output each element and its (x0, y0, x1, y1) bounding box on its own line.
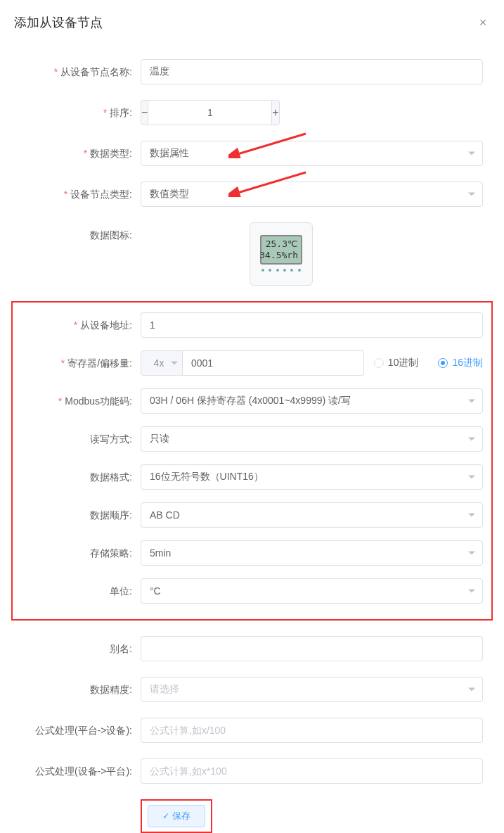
byte-order-select[interactable]: AB CD (141, 502, 483, 528)
label-byte-order: 数据顺序: (21, 502, 141, 528)
row-register: *寄存器/偏移量: 4x 10进制 (21, 350, 483, 376)
data-type-select[interactable]: 数据属性 (141, 141, 483, 166)
row-formula-d2p: 公式处理(设备->平台): (21, 758, 483, 784)
label-register: *寄存器/偏移量: (21, 350, 141, 376)
row-storage: 存储策略: 5min (21, 540, 483, 566)
chevron-down-icon (468, 400, 475, 403)
radio-on-icon (438, 358, 448, 368)
label-rw-mode: 读写方式: (21, 426, 141, 452)
register-prefix-select[interactable]: 4x (141, 350, 183, 376)
radio-off-icon (374, 358, 384, 368)
chevron-down-icon (468, 438, 475, 441)
radix-radio-group: 10进制 16进制 (374, 350, 483, 376)
label-data-icon: 数据图标: (21, 222, 141, 248)
rw-mode-select[interactable]: 只读 (141, 426, 483, 452)
modal-title: 添加从设备节点 (14, 14, 103, 31)
highlighted-section: *从设备地址: *寄存器/偏移量: 4x (11, 301, 493, 621)
radix-dec-radio[interactable]: 10进制 (374, 357, 419, 369)
sort-input[interactable] (148, 100, 271, 125)
stepper-plus-button[interactable]: + (271, 100, 279, 125)
label-data-type: *数据类型: (21, 141, 141, 166)
row-rw-mode: 读写方式: 只读 (21, 426, 483, 452)
device-icon-preview[interactable]: 25.3℃ 34.5%rh (250, 222, 313, 286)
row-data-type: *数据类型: 数据属性 (21, 141, 483, 166)
label-alias: 别名: (21, 636, 141, 661)
row-sort: *排序: − + (21, 100, 483, 125)
row-data-icon: 数据图标: 25.3℃ 34.5%rh (21, 222, 483, 286)
modbus-func-select[interactable]: 03H / 06H 保持寄存器 (4x0001~4x9999) 读/写 (141, 388, 483, 414)
formula-d2p-input[interactable] (141, 758, 483, 784)
row-precision: 数据精度: 请选择 (21, 677, 483, 702)
row-node-name: *从设备节点名称: (21, 59, 483, 84)
sort-stepper: − + (141, 100, 267, 125)
label-unit: 单位: (21, 578, 141, 604)
data-format-select[interactable]: 16位无符号数（UINT16） (141, 464, 483, 490)
label-node-type: *设备节点类型: (21, 182, 141, 207)
storage-select[interactable]: 5min (141, 540, 483, 566)
label-modbus-func: *Modbus功能码: (21, 388, 141, 414)
row-byte-order: 数据顺序: AB CD (21, 502, 483, 528)
radix-hex-radio[interactable]: 16进制 (438, 357, 483, 369)
unit-select[interactable]: °C (141, 578, 483, 604)
node-type-select[interactable]: 数值类型 (141, 182, 483, 207)
close-icon[interactable]: × (476, 15, 490, 30)
slave-address-input[interactable] (141, 312, 483, 338)
row-data-format: 数据格式: 16位无符号数（UINT16） (21, 464, 483, 490)
modal-body: *从设备节点名称: *排序: − + *数据类型: (0, 38, 504, 833)
check-icon: ✓ (162, 811, 169, 821)
label-formula-p2d: 公式处理(平台->设备): (21, 718, 141, 743)
chevron-down-icon (468, 152, 475, 155)
modal-dialog: 添加从设备节点 × *从设备节点名称: *排序: − + (0, 0, 504, 833)
chevron-down-icon (468, 514, 475, 517)
chevron-down-icon (171, 362, 178, 365)
save-highlight: ✓ 保存 (141, 799, 212, 833)
thermometer-icon: 25.3℃ 34.5%rh (260, 235, 302, 265)
label-node-name: *从设备节点名称: (21, 59, 141, 84)
label-formula-d2p: 公式处理(设备->平台): (21, 758, 141, 784)
chevron-down-icon (468, 193, 475, 196)
save-button[interactable]: ✓ 保存 (148, 805, 205, 827)
alias-input[interactable] (141, 636, 483, 661)
label-data-format: 数据格式: (21, 464, 141, 490)
chevron-down-icon (468, 552, 475, 555)
label-precision: 数据精度: (21, 677, 141, 702)
modal-header: 添加从设备节点 × (0, 0, 504, 38)
formula-p2d-input[interactable] (141, 718, 483, 743)
stepper-minus-button[interactable]: − (141, 100, 148, 125)
label-sort: *排序: (21, 100, 141, 125)
chevron-down-icon (468, 476, 475, 479)
row-formula-p2d: 公式处理(平台->设备): (21, 718, 483, 743)
row-alias: 别名: (21, 636, 483, 661)
form-panel: *从设备节点名称: *排序: − + *数据类型: (21, 59, 483, 833)
label-storage: 存储策略: (21, 540, 141, 566)
register-offset-input[interactable] (183, 350, 364, 376)
precision-select[interactable]: 请选择 (141, 677, 483, 702)
node-name-input[interactable] (141, 59, 483, 84)
row-node-type: *设备节点类型: 数值类型 (21, 182, 483, 207)
row-unit: 单位: °C (21, 578, 483, 604)
chevron-down-icon (468, 688, 475, 692)
chevron-down-icon (468, 590, 475, 593)
label-slave-address: *从设备地址: (21, 312, 141, 338)
row-slave-address: *从设备地址: (21, 312, 483, 338)
row-modbus-func: *Modbus功能码: 03H / 06H 保持寄存器 (4x0001~4x99… (21, 388, 483, 414)
